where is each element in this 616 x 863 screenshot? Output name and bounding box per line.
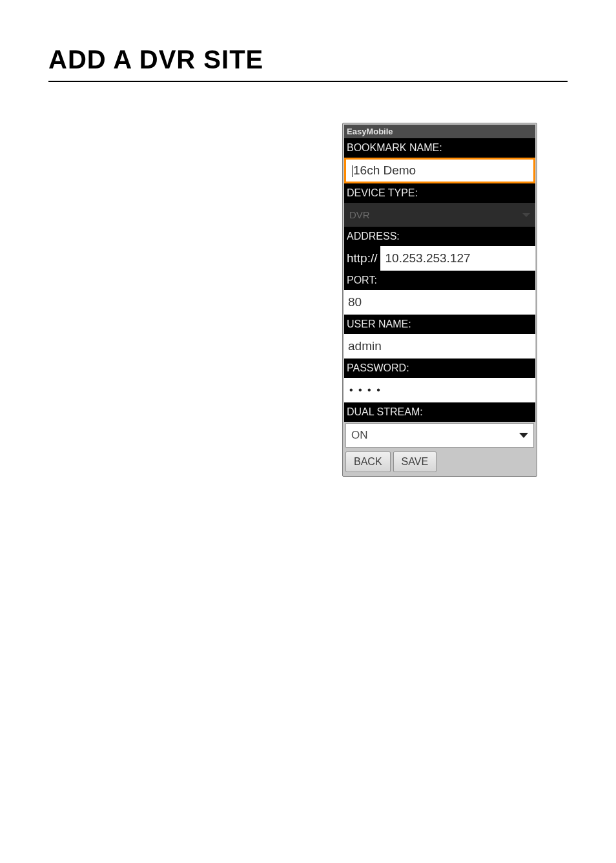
device-type-label: DEVICE TYPE:	[344, 183, 535, 203]
dualstream-value: ON	[351, 429, 368, 442]
bookmark-name-input-wrap: 16ch Demo	[344, 158, 535, 183]
save-button[interactable]: SAVE	[393, 452, 437, 472]
port-label: PORT:	[344, 271, 535, 290]
password-input-wrap: • • • •	[344, 378, 535, 402]
page-title: ADD A DVR SITE	[48, 45, 568, 74]
port-input-wrap	[344, 290, 535, 315]
password-label: PASSWORD:	[344, 359, 535, 378]
form-area: BOOKMARK NAME: 16ch Demo DEVICE TYPE: DV…	[344, 138, 535, 422]
address-input-wrap	[380, 246, 535, 271]
port-input[interactable]	[344, 290, 535, 315]
chevron-down-icon	[519, 433, 528, 438]
address-label: ADDRESS:	[344, 227, 535, 246]
app-title-bar: EasyMobile	[344, 125, 535, 138]
bookmark-name-value: 16ch Demo	[353, 163, 416, 177]
text-caret-icon	[352, 165, 353, 177]
button-row: BACK SAVE	[344, 449, 535, 475]
phone-inner: EasyMobile BOOKMARK NAME: 16ch Demo DEVI…	[344, 125, 535, 475]
password-input[interactable]: • • • •	[344, 378, 535, 402]
username-label: USER NAME:	[344, 315, 535, 334]
bookmark-name-input[interactable]: 16ch Demo	[346, 160, 533, 182]
dualstream-select[interactable]: ON	[345, 423, 534, 448]
phone-screenshot: EasyMobile BOOKMARK NAME: 16ch Demo DEVI…	[342, 123, 537, 477]
device-type-select[interactable]: DVR	[344, 203, 535, 227]
back-button[interactable]: BACK	[345, 452, 391, 472]
title-divider	[48, 81, 568, 82]
device-type-value: DVR	[349, 209, 370, 220]
address-input[interactable]	[380, 246, 535, 271]
address-prefix: http://	[344, 246, 380, 271]
document-page: ADD A DVR SITE EasyMobile BOOKMARK NAME:…	[0, 0, 616, 863]
address-row: http://	[344, 246, 535, 271]
dualstream-label: DUAL STREAM:	[344, 402, 535, 422]
chevron-down-icon	[522, 213, 530, 217]
username-input-wrap	[344, 334, 535, 359]
username-input[interactable]	[344, 334, 535, 359]
bookmark-name-label: BOOKMARK NAME:	[344, 138, 535, 158]
